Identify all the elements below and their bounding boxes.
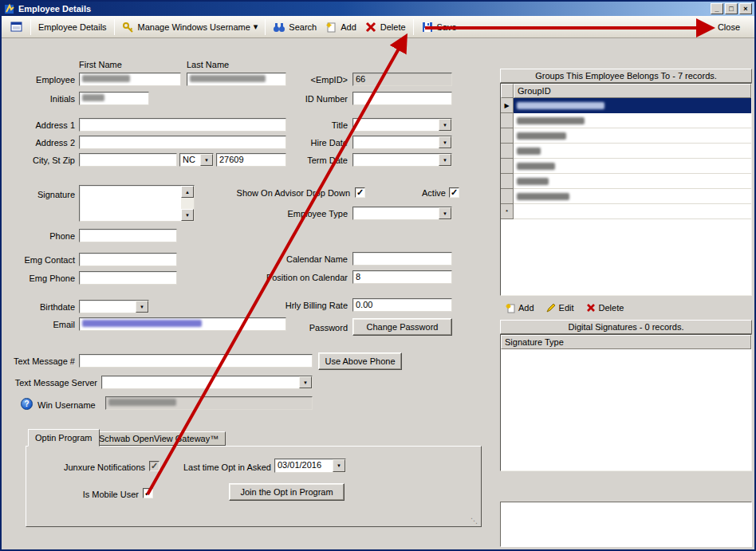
groupid-column-header[interactable]: GroupID [514,84,751,98]
is-mobile-user-checkbox[interactable]: ✓ [143,488,153,498]
first-name-field[interactable] [79,73,181,86]
signature-textarea[interactable]: ▲ ▼ [79,185,195,222]
text-message-number-field[interactable] [79,354,313,368]
text-message-server-combo[interactable]: ▼ [101,376,313,389]
redacted-text [517,117,585,124]
groups-delete-button[interactable]: Delete [583,301,627,315]
email-field[interactable] [79,317,286,331]
maximize-button[interactable]: □ [725,3,738,14]
minimize-button[interactable]: _ [711,3,723,14]
state-dropdown-button[interactable]: ▼ [200,154,213,166]
group-row[interactable] [501,159,751,174]
calendar-name-field[interactable] [352,252,452,266]
redacted-text [82,94,104,101]
row-selector[interactable] [501,128,514,144]
help-icon[interactable]: ? [21,398,33,410]
manage-windows-username-button[interactable]: Manage Windows Username ▾ [118,18,262,36]
group-row[interactable] [501,113,751,128]
resize-grip[interactable]: ⋱ [471,517,477,525]
scroll-down-button[interactable]: ▼ [181,209,194,221]
signature-type-column-header[interactable]: Signature Type [501,335,751,349]
groups-grid: GroupID ▶ [500,83,752,296]
hrly-billing-rate-label: Hrly Billing Rate [273,300,348,311]
group-row[interactable]: ▶ [501,98,751,113]
id-number-field[interactable] [352,92,452,105]
add-button[interactable]: Add [321,18,360,36]
change-password-button[interactable]: Change Password [352,318,452,336]
city-field[interactable] [79,153,177,167]
last-name-field[interactable] [187,73,286,86]
join-opt-in-program-button[interactable]: Join the Opt in Program [229,483,345,501]
active-checkbox[interactable]: ✓ [449,187,459,198]
city-st-zip-label: City, St Zip [5,155,75,166]
selector-column-header [501,84,514,98]
group-row[interactable] [501,189,751,204]
is-mobile-user-label: Is Mobile User [72,489,139,500]
group-row[interactable] [501,144,751,159]
groups-panel-header: Groups This Employee Belongs To - 7 reco… [500,69,752,83]
redacted-text [517,148,541,155]
tab-schwab-label: Schwab OpenView Gateway™ [99,434,219,443]
address1-field[interactable] [79,118,286,132]
groups-edit-button[interactable]: Edit [543,301,577,315]
manage-windows-username-label: Manage Windows Username [138,22,250,32]
employee-type-combo[interactable]: ▼ [352,207,452,220]
state-combo[interactable]: NC ▼ [179,153,214,167]
scroll-up-button[interactable]: ▲ [181,186,194,198]
signature-scrollbar[interactable]: ▲ ▼ [181,186,194,221]
memo-box[interactable] [500,502,752,547]
groups-add-button[interactable]: Add [502,301,537,315]
save-button[interactable]: Save [417,18,461,36]
emg-phone-field[interactable] [79,271,177,285]
row-selector[interactable] [501,144,514,159]
group-row-new[interactable]: * [501,204,751,219]
tab-optin-program[interactable]: Optin Program [28,429,100,447]
address2-field[interactable] [79,136,286,149]
row-selector[interactable] [501,113,514,128]
birthdate-label: Birthdate [5,301,75,313]
term-date-dropdown-button[interactable]: ▼ [439,154,451,166]
delete-button[interactable]: Delete [360,18,410,36]
last-time-dropdown-button[interactable]: ▼ [333,459,345,472]
show-on-advisor-checkbox[interactable]: ✓ [355,187,365,198]
initials-field[interactable] [79,92,149,105]
row-selector[interactable] [501,174,514,189]
hire-date-combo[interactable]: ▼ [352,136,452,149]
row-selector[interactable] [501,189,514,204]
group-row[interactable] [501,128,751,144]
text-message-server-dropdown-button[interactable]: ▼ [299,376,312,388]
hire-date-dropdown-button[interactable]: ▼ [439,136,451,148]
row-selector[interactable] [501,159,514,174]
junxure-notifications-checkbox: ✓ [149,461,159,471]
employee-type-dropdown-button[interactable]: ▼ [439,207,451,219]
new-row-marker: * [501,204,514,219]
zip-field[interactable]: 27609 [216,153,286,167]
toolbar-employee-details-button[interactable]: Employee Details [34,20,111,34]
position-on-calendar-field[interactable]: 8 [352,270,452,284]
employee-details-window: Employee Details _ □ × Employee Details [0,0,756,551]
term-date-combo[interactable]: ▼ [352,153,452,167]
emg-phone-label: Emg Phone [5,273,75,284]
chevron-down-icon: ▼ [204,158,209,163]
join-opt-in-program-label: Join the Opt in Program [240,487,333,497]
checkmark-icon: ✓ [144,489,152,498]
use-above-phone-button[interactable]: Use Above Phone [318,352,402,370]
birthdate-dropdown-button[interactable]: ▼ [136,301,148,313]
title-combo[interactable]: ▼ [352,118,452,132]
birthdate-combo[interactable]: ▼ [79,300,149,313]
title-dropdown-button[interactable]: ▼ [439,119,451,131]
close-window-button[interactable]: × [739,3,752,14]
emg-contact-field[interactable] [79,253,177,266]
toolbar-close-button[interactable]: Close [708,20,750,34]
tab-schwab-openview-gateway[interactable]: Schwab OpenView Gateway™ [92,431,226,446]
current-row-selector[interactable]: ▶ [501,98,514,113]
form-view-button[interactable] [6,18,27,36]
add-icon [325,21,337,33]
empid-label: <EmpID> [278,74,348,85]
group-row[interactable] [501,174,751,189]
phone-field[interactable] [79,229,177,242]
keys-icon [122,21,135,33]
search-button[interactable]: Search [269,18,321,36]
hrly-billing-rate-field[interactable]: 0.00 [352,298,452,312]
last-time-opt-in-asked-combo[interactable]: 03/01/2016 ▼ [274,459,346,473]
